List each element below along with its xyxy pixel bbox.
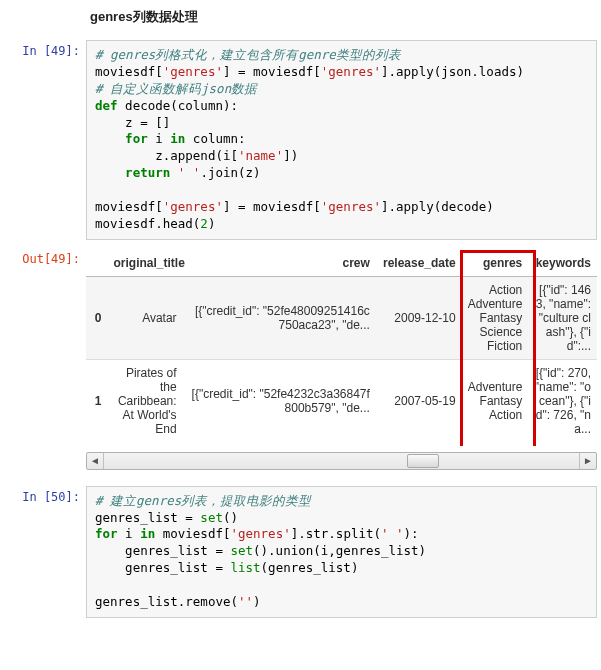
cell-original-title: Avatar xyxy=(107,276,182,359)
cell-in-50: In [50]: # 建立genres列表，提取电影的类型 genres_lis… xyxy=(0,486,601,618)
dataframe-wrap: original_title crew release_date genres … xyxy=(86,250,597,446)
input-prompt-50: In [50]: xyxy=(0,486,86,618)
input-prompt-49: In [49]: xyxy=(0,40,86,240)
cell-in-49: In [49]: # genres列格式化，建立包含所有genre类型的列表 m… xyxy=(0,40,601,240)
code-input-50[interactable]: # 建立genres列表，提取电影的类型 genres_list = set()… xyxy=(86,486,597,618)
section-heading: genres列数据处理 xyxy=(90,8,601,26)
cell-release-date: 2009-12-10 xyxy=(376,276,462,359)
col-keywords: keywords xyxy=(528,250,597,277)
cell-crew: [{"credit_id": "52fe4232c3a36847f800b579… xyxy=(183,359,376,442)
col-genres: genres xyxy=(462,250,529,277)
cell-crew: [{"credit_id": "52fe48009251416c750aca23… xyxy=(183,276,376,359)
cell-genres: Adventure Fantasy Action xyxy=(462,359,529,442)
scrollbar-thumb[interactable] xyxy=(407,454,439,468)
row-index: 0 xyxy=(86,276,107,359)
horizontal-scrollbar[interactable]: ◄ ► xyxy=(86,452,597,470)
code-input-49[interactable]: # genres列格式化，建立包含所有genre类型的列表 moviesdf['… xyxy=(86,40,597,240)
output-prompt-49: Out[49]: xyxy=(0,248,86,470)
cell-release-date: 2007-05-19 xyxy=(376,359,462,442)
cell-out-49: Out[49]: original_title xyxy=(0,248,601,470)
table-header-row: original_title crew release_date genres … xyxy=(86,250,597,277)
table-row: 1 Pirates of the Caribbean: At World's E… xyxy=(86,359,597,442)
cell-original-title: Pirates of the Caribbean: At World's End xyxy=(107,359,182,442)
col-original-title: original_title xyxy=(107,250,182,277)
cell-keywords: [{"id": 1463, "name": "culture clash"}, … xyxy=(528,276,597,359)
col-crew: crew xyxy=(183,250,376,277)
row-index: 1 xyxy=(86,359,107,442)
table-row: 0 Avatar [{"credit_id": "52fe48009251416… xyxy=(86,276,597,359)
notebook-root: genres列数据处理 In [49]: # genres列格式化，建立包含所有… xyxy=(0,0,601,618)
scroll-right-arrow-icon[interactable]: ► xyxy=(579,453,596,469)
cell-genres: Action Adventure Fantasy Science Fiction xyxy=(462,276,529,359)
scroll-left-arrow-icon[interactable]: ◄ xyxy=(87,453,104,469)
cell-keywords: [{"id": 270, "name": "ocean"}, {"id": 72… xyxy=(528,359,597,442)
dataframe-table: original_title crew release_date genres … xyxy=(86,250,597,442)
output-area-49: original_title crew release_date genres … xyxy=(86,250,597,470)
col-release-date: release_date xyxy=(376,250,462,277)
